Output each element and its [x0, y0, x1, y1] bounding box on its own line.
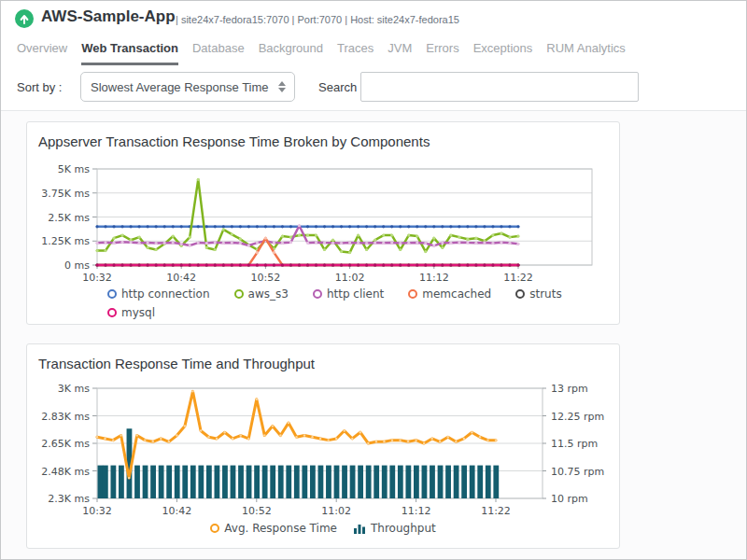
throughput-chart-legend: Avg. Response TimeThroughput — [27, 522, 619, 535]
svg-text:2.65K ms: 2.65K ms — [41, 438, 90, 450]
app-subtitle: | site24x7-fedora15:7070 | Port:7070 | H… — [176, 14, 459, 25]
app-health-icon — [15, 9, 34, 28]
legend-label: memcached — [422, 287, 491, 301]
legend-item-aws_s3[interactable]: aws_s3 — [234, 287, 289, 301]
svg-text:5K ms: 5K ms — [58, 163, 90, 175]
sort-dropdown[interactable]: Slowest Average Response Time — [80, 72, 295, 102]
svg-text:3.75K ms: 3.75K ms — [41, 188, 90, 200]
tab-rum-analytics[interactable]: RUM Analytics — [546, 41, 626, 63]
legend-ring-icon — [515, 289, 525, 299]
legend-ring-icon — [107, 289, 117, 299]
tab-jvm[interactable]: JVM — [388, 41, 412, 63]
legend-label: struts — [529, 287, 561, 301]
tab-exceptions[interactable]: Exceptions — [473, 41, 533, 63]
component-response-card: Appserver Transaction Response Time Brok… — [26, 121, 620, 325]
svg-text:11:02: 11:02 — [321, 505, 351, 517]
throughput-chart: 3K ms2.83K ms2.65K ms2.48K ms2.3K ms10:3… — [27, 344, 621, 550]
legend-item-struts[interactable]: struts — [515, 287, 561, 301]
svg-text:10.75 rpm: 10.75 rpm — [551, 466, 604, 478]
sort-dropdown-value: Slowest Average Response Time — [81, 73, 294, 94]
svg-text:10:52: 10:52 — [251, 272, 281, 284]
svg-text:10:42: 10:42 — [166, 272, 196, 284]
legend-item-mysql[interactable]: mysql — [107, 306, 155, 319]
legend-ring-icon — [408, 289, 417, 299]
legend-item-http-connection[interactable]: http connection — [107, 287, 210, 301]
legend-label: http client — [327, 287, 384, 301]
svg-text:2.48K ms: 2.48K ms — [41, 466, 90, 478]
svg-text:10:52: 10:52 — [242, 505, 272, 517]
search-input[interactable] — [360, 72, 639, 102]
legend-ring-icon — [107, 308, 117, 317]
toolbar-divider — [1, 110, 746, 111]
sort-by-label: Sort by : — [17, 80, 62, 94]
dropdown-caret-icon — [278, 81, 286, 92]
svg-text:13 rpm: 13 rpm — [551, 383, 588, 395]
legend-label: Throughput — [371, 522, 436, 535]
svg-text:10:32: 10:32 — [82, 505, 112, 517]
svg-text:2.5K ms: 2.5K ms — [48, 212, 90, 224]
legend-ring-icon — [234, 289, 244, 299]
tab-overview[interactable]: Overview — [17, 41, 67, 63]
svg-text:3K ms: 3K ms — [58, 383, 90, 395]
svg-text:10:42: 10:42 — [162, 505, 192, 517]
svg-text:11:02: 11:02 — [335, 272, 365, 284]
svg-text:2.83K ms: 2.83K ms — [41, 411, 90, 423]
legend-label: http connection — [121, 287, 210, 301]
legend-item-avg-response-time[interactable]: Avg. Response Time — [210, 522, 337, 535]
legend-label: aws_s3 — [248, 287, 289, 301]
svg-text:0 ms: 0 ms — [64, 259, 90, 272]
legend-bars-icon — [354, 523, 366, 534]
app-title: AWS-Sample-App — [41, 7, 176, 26]
svg-text:11:12: 11:12 — [402, 505, 431, 517]
throughput-card: Transaction Response Time and Throughput… — [26, 343, 620, 549]
svg-text:2.3K ms: 2.3K ms — [48, 493, 90, 505]
search-label: Search — [318, 80, 357, 94]
legend-item-throughput[interactable]: Throughput — [354, 522, 436, 535]
legend-ring-icon — [313, 289, 322, 299]
tab-bar: OverviewWeb TransactionDatabaseBackgroun… — [17, 41, 626, 65]
svg-text:11:12: 11:12 — [419, 272, 449, 284]
tab-database[interactable]: Database — [192, 41, 245, 63]
tab-background[interactable]: Background — [259, 41, 323, 63]
legend-item-memcached[interactable]: memcached — [408, 287, 491, 301]
legend-ring-icon — [210, 524, 219, 533]
svg-text:11:22: 11:22 — [503, 272, 533, 284]
svg-text:1.25K ms: 1.25K ms — [41, 235, 90, 247]
legend-item-http-client[interactable]: http client — [313, 287, 384, 301]
svg-text:12.25 rpm: 12.25 rpm — [551, 411, 604, 423]
legend-label: Avg. Response Time — [224, 522, 337, 535]
tab-traces[interactable]: Traces — [337, 41, 374, 63]
tab-web-transaction[interactable]: Web Transaction — [81, 41, 178, 65]
svg-text:11:22: 11:22 — [481, 505, 511, 517]
tab-errors[interactable]: Errors — [426, 41, 458, 63]
svg-text:10:32: 10:32 — [82, 272, 112, 284]
svg-text:11.5 rpm: 11.5 rpm — [551, 438, 598, 450]
legend-label: mysql — [121, 306, 155, 319]
component-chart-legend: http connectionaws_s3http clientmemcache… — [107, 287, 565, 319]
svg-text:10 rpm: 10 rpm — [551, 493, 588, 505]
